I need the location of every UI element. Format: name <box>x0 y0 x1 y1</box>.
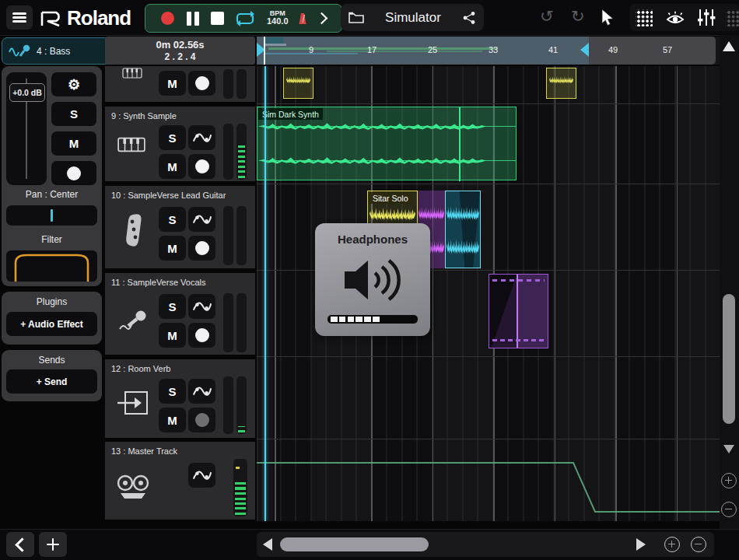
mute-button[interactable]: M <box>159 408 186 432</box>
loop-end-handle[interactable] <box>580 43 589 57</box>
automation-button[interactable] <box>188 463 215 488</box>
selected-track-chip[interactable]: 4 : Bass <box>2 37 116 65</box>
track-row-vocals[interactable]: 11 : SampleVerse Vocals S M <box>105 273 255 355</box>
channel-solo-button[interactable]: S <box>51 102 96 126</box>
cursor-tool-button[interactable] <box>601 9 616 26</box>
timecode-time: 0m 02.56s <box>105 39 255 51</box>
transport-expand-chevron[interactable] <box>316 12 328 25</box>
channel-arm-button[interactable] <box>51 161 96 185</box>
horizontal-zoom-out-button[interactable] <box>691 537 706 552</box>
automation-button[interactable] <box>188 207 215 232</box>
timeline-ruler[interactable]: 9 17 25 33 41 49 57 <box>257 37 720 65</box>
track-name: 9 : Synth Sample <box>111 111 177 121</box>
solo-button[interactable]: S <box>159 207 186 232</box>
level-meter <box>223 69 233 99</box>
bpm-display[interactable]: BPM 140.0 <box>267 10 289 26</box>
vertical-zoom-out-button[interactable] <box>721 502 737 517</box>
mute-button[interactable]: M <box>159 323 186 348</box>
arm-button[interactable] <box>188 236 215 261</box>
track-row-synth-sample[interactable]: 9 : Synth Sample S M <box>105 107 255 181</box>
playhead[interactable] <box>264 66 266 521</box>
automation-button[interactable] <box>188 379 215 404</box>
add-audio-effect-button[interactable]: + Audio Effect <box>6 312 97 336</box>
solo-button[interactable]: S <box>159 125 186 150</box>
undo-button[interactable]: ↺ <box>540 8 554 24</box>
mixer-sliders-button[interactable] <box>697 9 716 26</box>
mute-button[interactable]: M <box>159 154 186 179</box>
record-arm-icon <box>195 76 209 90</box>
filter-display[interactable] <box>6 250 97 282</box>
record-button[interactable] <box>161 12 174 25</box>
plugins-label: Plugins <box>2 296 102 307</box>
zenbeats-app: Roland BPM 140.0 Simulator ↺ ↻ <box>0 0 739 560</box>
gear-icon: ⚙ <box>68 76 80 93</box>
arm-button[interactable] <box>188 408 215 432</box>
folder-icon <box>348 12 364 24</box>
horizontal-scrollbar[interactable] <box>257 532 714 557</box>
grid-view-button[interactable] <box>636 9 653 26</box>
channel-mute-button[interactable]: M <box>51 131 96 156</box>
automation-wave-icon <box>191 298 213 315</box>
return-track-icon <box>117 389 149 417</box>
arm-button[interactable] <box>188 154 215 179</box>
level-meter <box>236 69 247 99</box>
overview-streak <box>264 37 283 44</box>
filter-curve-icon <box>6 250 97 282</box>
pan-tick <box>51 209 53 222</box>
timecode-display[interactable]: 0m 02.56s 2 . 2 . 4 <box>105 37 255 65</box>
extra-grid-button[interactable] <box>726 9 739 26</box>
piano-icon <box>118 66 146 80</box>
overview-streak <box>327 51 482 52</box>
automation-button[interactable] <box>188 125 215 150</box>
mute-button[interactable]: M <box>159 236 186 261</box>
add-track-button[interactable] <box>39 532 67 557</box>
automation-button[interactable] <box>188 294 215 319</box>
scroll-left-button[interactable] <box>263 538 272 551</box>
scroll-up-button[interactable] <box>723 41 735 51</box>
pan-slider[interactable] <box>6 205 97 226</box>
track-row-master[interactable]: 13 : Master Track <box>105 442 255 520</box>
pause-button[interactable] <box>185 12 201 26</box>
metronome-icon[interactable] <box>299 12 306 25</box>
track-settings-button[interactable]: ⚙ <box>51 72 96 96</box>
main-menu-button[interactable] <box>6 5 33 30</box>
horizontal-scroll-thumb[interactable] <box>280 537 429 551</box>
vertical-zoom-in-button[interactable] <box>721 473 737 488</box>
collapse-panel-button[interactable] <box>6 532 34 557</box>
volume-fill <box>331 317 380 322</box>
mute-button[interactable]: M <box>159 71 186 96</box>
bass-track-icon <box>9 44 32 59</box>
ruler-mark: 33 <box>485 45 501 54</box>
track-row-room-verb[interactable]: 12 : Room Verb S M <box>105 359 255 438</box>
level-meter <box>223 293 233 352</box>
vertical-scrollbar[interactable] <box>720 35 739 529</box>
vertical-scroll-thumb[interactable] <box>723 294 735 424</box>
master-reel-icon <box>116 474 150 499</box>
redo-button[interactable]: ↻ <box>571 8 585 24</box>
record-arm-icon <box>67 166 81 180</box>
track-row-lead-guitar[interactable]: 10 : SampleVerse Lead Guitar S M <box>105 186 255 268</box>
project-box[interactable]: Simulator <box>341 4 484 31</box>
track-name: 10 : SampleVerse Lead Guitar <box>111 191 226 200</box>
gain-value-chip[interactable]: +0.0 dB <box>9 83 45 102</box>
track-row-partial[interactable]: M <box>105 66 255 102</box>
arm-button[interactable] <box>188 71 215 96</box>
level-meter <box>236 376 247 434</box>
record-arm-icon <box>195 413 209 427</box>
add-send-button[interactable]: + Send <box>6 369 97 394</box>
stop-button[interactable] <box>211 12 224 25</box>
level-meter <box>236 124 247 180</box>
track-name: 12 : Room Verb <box>111 364 170 373</box>
automation-wave-icon <box>191 467 213 484</box>
horizontal-zoom-in-button[interactable] <box>664 537 680 552</box>
solo-button[interactable]: S <box>159 379 186 404</box>
scroll-right-button[interactable] <box>636 538 646 551</box>
record-arm-icon <box>195 159 209 173</box>
solo-button[interactable]: S <box>159 294 186 319</box>
automation-wave-icon <box>191 383 213 400</box>
scroll-down-button[interactable] <box>723 445 734 453</box>
arm-button[interactable] <box>188 323 215 348</box>
loop-button[interactable] <box>235 11 256 26</box>
share-icon[interactable] <box>462 11 476 25</box>
visibility-eye-button[interactable] <box>665 10 685 26</box>
